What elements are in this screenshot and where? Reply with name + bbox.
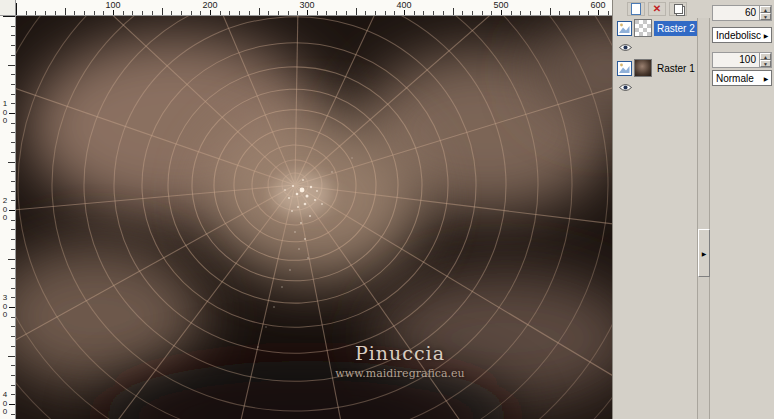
chevron-right-icon: ▶ (702, 250, 707, 257)
opacity-control-raster1[interactable]: 100 ▲ ▼ (712, 52, 772, 68)
canvas[interactable]: Pinuccia www.maidiregrafica.eu (16, 16, 612, 419)
center-glow (272, 172, 332, 216)
duplicate-icon (674, 4, 683, 14)
spin-up-button[interactable]: ▲ (760, 53, 771, 60)
layers-palette: ✕ Raster 2 (612, 0, 774, 419)
new-layer-icon (631, 3, 641, 15)
opacity-spinner: ▲ ▼ (759, 6, 771, 20)
spiderweb-image (16, 16, 612, 419)
horizontal-ruler[interactable]: 100 200 300 400 500 600 (16, 0, 612, 16)
duplicate-layer-button[interactable] (669, 2, 687, 16)
opacity-value[interactable]: 100 (713, 53, 759, 67)
palette-toolbar: ✕ (627, 1, 687, 16)
spin-down-button[interactable]: ▼ (760, 13, 771, 20)
raster-layer-icon (617, 61, 632, 76)
ruler-label: 600 (589, 0, 606, 10)
ruler-label: 500 (492, 0, 509, 10)
dropdown-arrow-icon[interactable]: ▶ (761, 32, 771, 39)
raster-layer-icon (617, 21, 632, 36)
psp-workspace: 100 200 300 400 500 600 100 200 300 400 (0, 0, 774, 419)
spin-up-button[interactable]: ▲ (760, 6, 771, 13)
ruler-label: 400 (395, 0, 412, 10)
spin-down-icon: ▼ (763, 14, 768, 20)
layers-list: Raster 2 Raster 1 (615, 18, 697, 98)
ruler-label: 400 (1, 391, 9, 417)
layer-name[interactable]: Raster 1 (654, 61, 698, 76)
layer-row[interactable]: Raster 2 (615, 18, 697, 58)
ruler-label: 200 (201, 0, 218, 10)
ruler-label: 100 (104, 0, 121, 10)
ruler-label: 200 (1, 197, 9, 223)
layer-name[interactable]: Raster 2 (654, 21, 698, 36)
blend-mode-select-raster2[interactable]: Indebolisci ▶ (712, 27, 772, 43)
opacity-value[interactable]: 60 (713, 6, 759, 20)
layer-thumbnail[interactable] (634, 59, 652, 77)
layer-row[interactable]: Raster 1 (615, 58, 697, 98)
palette-scrollbar[interactable]: ▶ (697, 18, 710, 419)
blend-mode-value: Normale (713, 73, 761, 84)
palette-splitter-handle[interactable]: ▶ (698, 229, 710, 277)
ruler-label: 300 (298, 0, 315, 10)
delete-icon: ✕ (653, 4, 661, 14)
visibility-eye-icon[interactable] (619, 82, 635, 93)
layer-thumbnail[interactable] (634, 19, 652, 37)
new-layer-button[interactable] (627, 2, 645, 16)
blend-mode-value: Indebolisci (713, 30, 761, 41)
ruler-label: 300 (1, 294, 9, 320)
spin-down-button[interactable]: ▼ (760, 60, 771, 67)
ruler-label: 100 (1, 100, 9, 126)
opacity-spinner: ▲ ▼ (759, 53, 771, 67)
dropdown-arrow-icon[interactable]: ▶ (761, 75, 771, 82)
blend-mode-select-raster1[interactable]: Normale ▶ (712, 70, 772, 86)
visibility-eye-icon[interactable] (619, 42, 635, 53)
delete-layer-button[interactable]: ✕ (648, 2, 666, 16)
vertical-ruler[interactable]: 100 200 300 400 (0, 16, 16, 419)
spin-down-icon: ▼ (763, 61, 768, 67)
ruler-corner (0, 0, 16, 16)
opacity-control-raster2[interactable]: 60 ▲ ▼ (712, 5, 772, 21)
